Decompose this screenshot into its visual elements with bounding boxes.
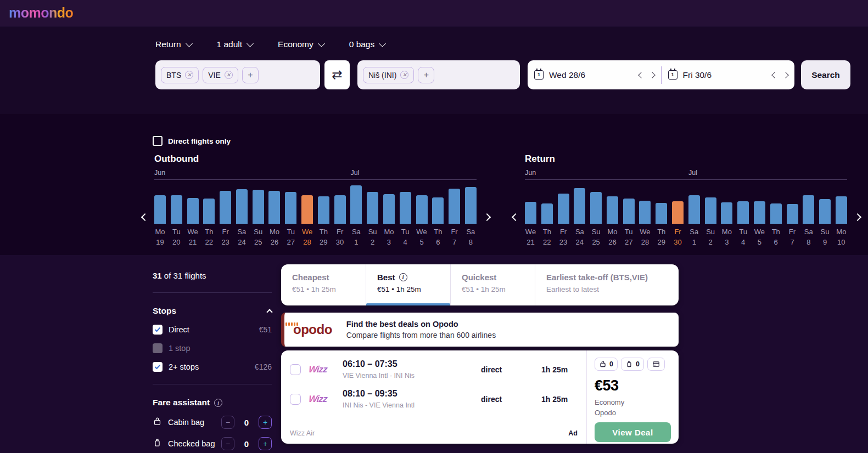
price-bar[interactable] — [301, 195, 313, 224]
search-button[interactable]: Search — [801, 60, 850, 89]
cabin-bag-badge[interactable]: 0 — [595, 358, 618, 371]
origin-chip[interactable]: VIE✕ — [203, 67, 238, 83]
price-bar[interactable] — [737, 201, 749, 224]
tab-best[interactable]: Besti€51 • 1h 25m — [366, 264, 450, 305]
origin-input[interactable]: BTS✕VIE✕+ — [155, 60, 320, 89]
price-bar[interactable] — [607, 196, 618, 224]
depart-date-picker[interactable]: 1 Wed 28/6 — [528, 60, 661, 89]
price-bar[interactable] — [285, 192, 296, 224]
travelers-dropdown[interactable]: 1 adult — [217, 39, 253, 49]
add-airport-button[interactable]: + — [242, 67, 259, 83]
chart-scroll-left-icon[interactable] — [512, 213, 519, 221]
chart-scroll-left-icon[interactable] — [141, 213, 149, 221]
date-label: 4 — [741, 238, 745, 246]
destination-chip[interactable]: Niš (INI)✕ — [363, 67, 414, 83]
price-bar[interactable] — [541, 203, 553, 224]
dates-field: 1 Wed 28/6 1 Fri 30/6 — [528, 60, 794, 89]
price-bar[interactable] — [770, 203, 782, 224]
price-bar[interactable] — [574, 188, 585, 224]
info-icon[interactable]: i — [214, 399, 222, 407]
price-bar[interactable] — [623, 199, 635, 224]
price-bar[interactable] — [400, 192, 411, 224]
collapse-icon[interactable] — [266, 309, 272, 315]
price-bar[interactable] — [383, 194, 395, 224]
origin-chip[interactable]: BTS✕ — [161, 67, 199, 83]
day-label: Su — [821, 228, 830, 236]
remove-chip-icon[interactable]: ✕ — [185, 71, 193, 79]
price-bar[interactable] — [220, 191, 231, 224]
view-deal-button[interactable]: View Deal — [595, 422, 671, 442]
remove-chip-icon[interactable]: ✕ — [400, 71, 408, 79]
price-bar[interactable] — [350, 185, 362, 224]
checkbox-checked[interactable] — [153, 325, 163, 335]
price-bar[interactable] — [203, 199, 215, 224]
price-bar[interactable] — [656, 203, 667, 224]
swap-button[interactable]: ⇄ — [324, 60, 350, 89]
price-bar[interactable] — [432, 197, 444, 224]
price-bar[interactable] — [787, 204, 798, 224]
return-date-picker[interactable]: 1 Fri 30/6 — [662, 60, 795, 89]
next-day-button[interactable] — [782, 72, 788, 78]
opodo-ad-banner[interactable]: opodo Find the best deals on Opodo Compa… — [281, 313, 679, 347]
leg-checkbox[interactable] — [290, 394, 301, 405]
price-bar[interactable] — [819, 199, 831, 224]
price-bar[interactable] — [705, 197, 716, 224]
date-label: 2 — [708, 238, 712, 246]
price-bar[interactable] — [803, 195, 814, 224]
increase-button[interactable]: + — [259, 437, 272, 450]
price-bar[interactable] — [672, 201, 684, 224]
checked-bag-badge[interactable]: 0 — [621, 358, 644, 371]
trip-type-dropdown[interactable]: Return — [155, 39, 192, 49]
price-bar[interactable] — [836, 196, 847, 224]
destination-input[interactable]: Niš (INI)✕+ — [357, 60, 520, 89]
momondo-logo[interactable]: momondo — [9, 5, 73, 21]
price-bar[interactable] — [318, 196, 329, 224]
price-bar[interactable] — [721, 202, 732, 224]
price-bar[interactable] — [590, 192, 602, 224]
add-airport-button[interactable]: + — [418, 67, 434, 83]
flight-result-card[interactable]: Wizz06:10 – 07:35VIE Vienna Intl - INI N… — [281, 350, 679, 444]
price-bar[interactable] — [253, 190, 264, 224]
bags-dropdown[interactable]: 0 bags — [349, 39, 385, 49]
day-label: Mo — [722, 228, 732, 236]
date-label: 30 — [336, 238, 344, 246]
checkbox-checked[interactable] — [153, 362, 163, 372]
next-day-button[interactable] — [649, 72, 655, 78]
tab-quickest[interactable]: Quickest€51 • 1h 25m — [450, 264, 535, 305]
price-bar[interactable] — [334, 195, 346, 224]
prev-day-button[interactable] — [771, 72, 777, 78]
price-bar[interactable] — [416, 195, 428, 224]
direct-flights-only-checkbox[interactable] — [153, 136, 163, 146]
tab-earliest-take-off-bts-vie-[interactable]: Earliest take-off (BTS,VIE)Earliest to l… — [535, 264, 679, 305]
price-bar[interactable] — [187, 198, 199, 224]
price-bar[interactable] — [236, 189, 248, 224]
tab-cheapest[interactable]: Cheapest€51 • 1h 25m — [281, 264, 366, 305]
price-bar[interactable] — [268, 191, 280, 224]
price-bar[interactable] — [465, 187, 477, 224]
price-bar[interactable] — [525, 202, 536, 224]
price-bar[interactable] — [688, 195, 700, 224]
prev-day-button[interactable] — [638, 72, 644, 78]
banner-subtitle: Compare flights from more than 600 airli… — [346, 331, 496, 339]
price-bar[interactable] — [754, 201, 765, 224]
price-bar[interactable] — [558, 194, 569, 224]
decrease-button[interactable]: − — [221, 437, 234, 450]
date-label: 1 — [354, 238, 358, 246]
payment-method-badge[interactable] — [647, 358, 665, 371]
checkbox-disabled[interactable] — [153, 343, 163, 353]
price-bar[interactable] — [449, 189, 460, 224]
info-icon[interactable]: i — [399, 273, 407, 281]
price-bar[interactable] — [171, 195, 182, 224]
cabin-class-dropdown[interactable]: Economy — [278, 39, 324, 49]
date-label: 9 — [823, 238, 827, 246]
chart-scroll-right-icon[interactable] — [854, 213, 861, 221]
decrease-button[interactable]: − — [221, 416, 234, 429]
increase-button[interactable]: + — [259, 416, 272, 429]
chart-scroll-right-icon[interactable] — [483, 213, 491, 221]
price-bar[interactable] — [154, 195, 166, 224]
leg-checkbox[interactable] — [290, 364, 301, 375]
price-bar[interactable] — [639, 201, 651, 224]
price-bar[interactable] — [367, 192, 378, 224]
stops-option-label: Direct — [169, 325, 253, 334]
remove-chip-icon[interactable]: ✕ — [225, 71, 233, 79]
